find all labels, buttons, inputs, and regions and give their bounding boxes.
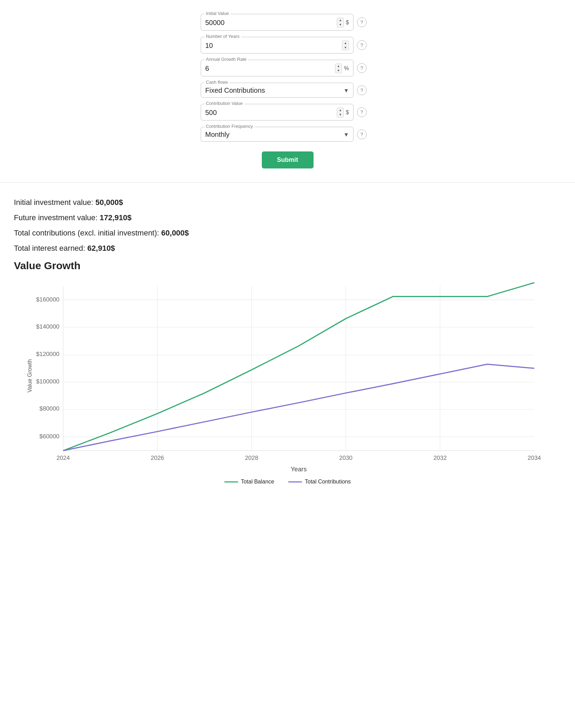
legend-total-contributions: Total Contributions (288, 479, 351, 485)
initial-value-value: 50000 (205, 19, 225, 27)
svg-text:2024: 2024 (57, 454, 70, 461)
initial-investment-label: Initial investment value: (14, 198, 95, 207)
contribution-freq-label: Contribution Frequency (205, 124, 254, 129)
chart-container: Value Growth (24, 279, 551, 473)
years-label: Number of Years (205, 34, 241, 39)
contribution-value-help-icon[interactable]: ? (357, 107, 367, 117)
legend-total-balance: Total Balance (224, 479, 274, 485)
cash-flows-label: Cash flows (205, 80, 230, 85)
total-contributions-legend-line (288, 481, 302, 482)
spinner-up-icon[interactable]: ▲ (335, 64, 342, 68)
growth-rate-spinner[interactable]: ▲ ▼ (335, 64, 342, 73)
svg-text:$140000: $140000 (36, 323, 59, 330)
svg-text:2026: 2026 (151, 454, 164, 461)
total-contributions-value: 60,000$ (161, 229, 189, 237)
submit-button[interactable]: Submit (262, 151, 314, 168)
initial-investment-value: 50,000$ (95, 198, 123, 207)
svg-text:$120000: $120000 (36, 350, 59, 357)
cash-flows-controls: ▼ (343, 88, 349, 94)
total-interest-label: Total interest earned: (14, 244, 88, 253)
contribution-value-spinner[interactable]: ▲ ▼ (337, 108, 344, 117)
contribution-freq-row: Contribution Frequency Monthly ▼ ? (201, 127, 374, 142)
total-balance-legend-line (224, 481, 238, 482)
initial-value-unit: $ (346, 19, 349, 26)
contribution-freq-dropdown-icon[interactable]: ▼ (343, 132, 349, 138)
years-help-icon[interactable]: ? (357, 40, 367, 50)
cash-flows-dropdown-icon[interactable]: ▼ (343, 88, 349, 94)
total-balance-legend-label: Total Balance (241, 479, 274, 485)
initial-value-row: Initial Value 50000 ▲ ▼ $ ? (201, 14, 374, 31)
chart-section: Value Growth Value Growth (0, 260, 575, 485)
svg-text:2028: 2028 (245, 454, 258, 461)
growth-rate-help-icon[interactable]: ? (357, 63, 367, 73)
years-controls: ▲ ▼ (342, 41, 349, 50)
cash-flows-value: Fixed Contributions (205, 86, 265, 94)
total-contributions-label: Total contributions (excl. initial inves… (14, 229, 161, 237)
contribution-value-field: Contribution Value 500 ▲ ▼ $ (201, 104, 353, 121)
results-section: Initial investment value: 50,000$ Future… (0, 191, 575, 253)
years-spinner[interactable]: ▲ ▼ (342, 41, 349, 50)
total-balance-line (63, 283, 534, 451)
spinner-up-icon[interactable]: ▲ (337, 108, 343, 113)
total-contributions-line: Total contributions (excl. initial inves… (14, 229, 561, 238)
total-contributions-line (63, 364, 534, 451)
years-field: Number of Years 10 ▲ ▼ (201, 37, 353, 53)
initial-value-field: Initial Value 50000 ▲ ▼ $ (201, 14, 353, 31)
svg-text:2032: 2032 (433, 454, 447, 461)
chart-title: Value Growth (14, 260, 575, 272)
growth-rate-label: Annual Growth Rate (205, 57, 248, 62)
svg-text:Years: Years (291, 465, 307, 473)
growth-rate-value: 6 (205, 65, 209, 73)
contribution-freq-field: Contribution Frequency Monthly ▼ (201, 127, 353, 142)
contribution-value-value: 500 (205, 109, 217, 117)
spinner-down-icon[interactable]: ▼ (335, 68, 342, 73)
growth-rate-controls: ▲ ▼ % (335, 64, 349, 73)
svg-text:2030: 2030 (339, 454, 352, 461)
svg-text:2034: 2034 (528, 454, 541, 461)
spinner-up-icon[interactable]: ▲ (342, 41, 349, 46)
contribution-value-controls: ▲ ▼ $ (337, 108, 349, 117)
contribution-freq-controls: ▼ (343, 132, 349, 138)
section-divider (0, 182, 575, 183)
total-contributions-legend-label: Total Contributions (305, 479, 351, 485)
years-value: 10 (205, 42, 213, 50)
chart-legend: Total Balance Total Contributions (14, 479, 561, 485)
svg-text:$60000: $60000 (40, 433, 59, 440)
chart-svg: $160000 $140000 $120000 $100000 $80000 $… (24, 279, 551, 473)
svg-text:$160000: $160000 (36, 296, 59, 303)
future-investment-line: Future investment value: 172,910$ (14, 213, 561, 222)
y-axis-label: Value Growth (27, 359, 33, 392)
contribution-freq-help-icon[interactable]: ? (357, 130, 367, 139)
growth-rate-unit: % (344, 65, 349, 72)
form-section: Initial Value 50000 ▲ ▼ $ ? Number of Ye… (0, 0, 575, 179)
total-interest-value: 62,910$ (88, 244, 115, 253)
spinner-down-icon[interactable]: ▼ (337, 113, 343, 117)
total-interest-line: Total interest earned: 62,910$ (14, 244, 561, 253)
future-investment-label: Future investment value: (14, 213, 100, 222)
future-investment-value: 172,910$ (100, 213, 132, 222)
initial-value-label: Initial Value (205, 11, 230, 16)
growth-rate-row: Annual Growth Rate 6 ▲ ▼ % ? (201, 60, 374, 76)
contribution-value-unit: $ (346, 109, 349, 116)
contribution-value-label: Contribution Value (205, 101, 244, 106)
initial-value-spinner[interactable]: ▲ ▼ (337, 18, 344, 27)
cash-flows-help-icon[interactable]: ? (357, 85, 367, 95)
growth-rate-field: Annual Growth Rate 6 ▲ ▼ % (201, 60, 353, 76)
cash-flows-row: Cash flows Fixed Contributions ▼ ? (201, 83, 374, 98)
svg-text:$80000: $80000 (40, 405, 59, 412)
contribution-value-row: Contribution Value 500 ▲ ▼ $ ? (201, 104, 374, 121)
svg-text:$100000: $100000 (36, 378, 59, 385)
contribution-freq-value: Monthly (205, 131, 230, 139)
years-row: Number of Years 10 ▲ ▼ ? (201, 37, 374, 53)
spinner-down-icon[interactable]: ▼ (337, 23, 343, 27)
initial-investment-line: Initial investment value: 50,000$ (14, 198, 561, 207)
spinner-down-icon[interactable]: ▼ (342, 46, 349, 50)
spinner-up-icon[interactable]: ▲ (337, 18, 343, 23)
cash-flows-field: Cash flows Fixed Contributions ▼ (201, 83, 353, 98)
chart-area: Value Growth (0, 275, 575, 485)
initial-value-help-icon[interactable]: ? (357, 17, 367, 27)
initial-value-controls: ▲ ▼ $ (337, 18, 349, 27)
